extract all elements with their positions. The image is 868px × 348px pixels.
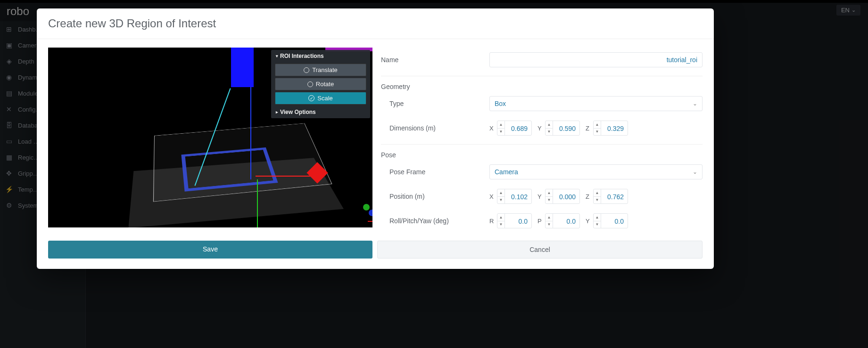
pos-x-group: X ▲▼ 0.102 — [489, 189, 532, 204]
button-label: Rotate — [316, 81, 334, 88]
pos-y-spinner[interactable]: ▲▼ 0.000 — [545, 189, 580, 204]
dimensions-label: Dimensions (m) — [381, 124, 489, 132]
axis-label: Y — [537, 193, 543, 200]
axis-label: Z — [586, 193, 591, 200]
roll-spinner[interactable]: ▲▼ 0.0 — [497, 213, 532, 228]
dim-x-spinner[interactable]: ▲▼ 0.689 — [497, 121, 532, 136]
pos-z-group: Z ▲▼ 0.762 — [586, 189, 628, 204]
roi-interactions-header[interactable]: ROI Interactions — [271, 50, 370, 62]
modal-header: Create new 3D Region of Interest — [37, 8, 714, 39]
select-value: Camera — [495, 168, 518, 176]
step-up-icon[interactable]: ▲ — [594, 121, 601, 129]
view-options-header[interactable]: View Options — [271, 106, 370, 118]
modal-title: Create new 3D Region of Interest — [48, 17, 703, 30]
roi-form: Name Geometry Type Box Dimensions (m) X … — [381, 48, 703, 233]
pos-x-value[interactable]: 0.102 — [505, 189, 531, 203]
dim-z-spinner[interactable]: ▲▼ 0.329 — [593, 121, 628, 136]
axis-y-line — [257, 179, 258, 227]
axis-label: Y — [586, 218, 591, 225]
check-icon: ✓ — [308, 95, 314, 101]
pose-frame-select[interactable]: Camera — [489, 164, 703, 179]
roll-value[interactable]: 0.0 — [505, 214, 531, 228]
gizmo-ball[interactable] — [369, 210, 372, 216]
gizmo-ball[interactable] — [363, 204, 370, 210]
step-up-icon[interactable]: ▲ — [546, 189, 553, 197]
pitch-group: P ▲▼ 0.0 — [537, 213, 580, 228]
dimensions-row: Dimensions (m) X ▲▼ 0.689 Y ▲▼ 0.590 — [381, 116, 703, 145]
rpy-row: Roll/Pitch/Yaw (deg) R ▲▼ 0.0 P ▲▼ 0.0 — [381, 209, 703, 233]
type-label: Type — [381, 100, 489, 107]
cancel-button[interactable]: Cancel — [377, 241, 703, 259]
pose-frame-row: Pose Frame Camera — [381, 160, 703, 184]
gizmo-axis — [368, 221, 372, 222]
step-up-icon[interactable]: ▲ — [546, 214, 553, 221]
axis-label: X — [489, 125, 495, 132]
step-down-icon[interactable]: ▼ — [497, 129, 504, 136]
step-up-icon[interactable]: ▲ — [497, 121, 504, 129]
position-label: Position (m) — [381, 193, 489, 200]
3d-viewport[interactable]: ROI Interactions Translate Rotate ✓Scale… — [48, 48, 372, 227]
pose-section-title: Pose — [381, 147, 703, 160]
pos-z-spinner[interactable]: ▲▼ 0.762 — [593, 189, 628, 204]
button-label: Scale — [317, 95, 333, 102]
viewport-panel: ROI Interactions Translate Rotate ✓Scale… — [271, 50, 370, 118]
pitch-value[interactable]: 0.0 — [553, 214, 579, 228]
axis-label: P — [537, 218, 543, 225]
step-down-icon[interactable]: ▼ — [497, 197, 504, 204]
pos-y-group: Y ▲▼ 0.000 — [537, 189, 580, 204]
yaw-group: Y ▲▼ 0.0 — [586, 213, 628, 228]
axis-z-line — [250, 76, 251, 179]
type-row: Type Box — [381, 91, 703, 116]
radio-icon — [307, 81, 313, 87]
axis-label: Z — [586, 125, 591, 132]
pos-x-spinner[interactable]: ▲▼ 0.102 — [497, 189, 532, 204]
dim-y-group: Y ▲▼ 0.590 — [537, 121, 580, 136]
pitch-spinner[interactable]: ▲▼ 0.0 — [545, 213, 580, 228]
yaw-spinner[interactable]: ▲▼ 0.0 — [593, 213, 628, 228]
dim-x-group: X ▲▼ 0.689 — [489, 121, 532, 136]
step-up-icon[interactable]: ▲ — [497, 189, 504, 197]
translate-button[interactable]: Translate — [275, 64, 366, 76]
step-up-icon[interactable]: ▲ — [546, 121, 553, 129]
dim-z-group: Z ▲▼ 0.329 — [586, 121, 628, 136]
pos-y-value[interactable]: 0.000 — [553, 189, 579, 203]
radio-icon — [304, 67, 309, 73]
rpy-label: Roll/Pitch/Yaw (deg) — [381, 217, 489, 225]
dim-z-value[interactable]: 0.329 — [601, 121, 628, 135]
pos-z-value[interactable]: 0.762 — [601, 189, 628, 203]
step-down-icon[interactable]: ▼ — [546, 221, 553, 228]
type-select[interactable]: Box — [489, 96, 703, 111]
yaw-value[interactable]: 0.0 — [601, 214, 628, 228]
modal-body: ROI Interactions Translate Rotate ✓Scale… — [37, 39, 714, 239]
name-row: Name — [381, 48, 703, 76]
step-down-icon[interactable]: ▼ — [594, 197, 601, 204]
position-row: Position (m) X ▲▼ 0.102 Y ▲▼ 0.000 — [381, 184, 703, 209]
modal-footer: Save Cancel — [37, 239, 714, 269]
dim-y-value[interactable]: 0.590 — [553, 121, 579, 135]
axis-label: Y — [537, 125, 543, 132]
roll-group: R ▲▼ 0.0 — [489, 213, 532, 228]
step-up-icon[interactable]: ▲ — [594, 214, 601, 221]
step-down-icon[interactable]: ▼ — [497, 221, 504, 228]
step-down-icon[interactable]: ▼ — [594, 221, 601, 228]
axis-label: R — [489, 218, 495, 225]
axis-label: X — [489, 193, 495, 200]
select-value: Box — [495, 100, 506, 107]
dim-x-value[interactable]: 0.689 — [505, 121, 531, 135]
dim-y-spinner[interactable]: ▲▼ 0.590 — [545, 121, 580, 136]
scale-button[interactable]: ✓Scale — [275, 92, 366, 105]
step-up-icon[interactable]: ▲ — [497, 214, 504, 221]
rotate-button[interactable]: Rotate — [275, 78, 366, 90]
step-down-icon[interactable]: ▼ — [546, 197, 553, 204]
name-input[interactable] — [489, 52, 703, 67]
step-down-icon[interactable]: ▼ — [546, 129, 553, 136]
step-down-icon[interactable]: ▼ — [594, 129, 601, 136]
step-up-icon[interactable]: ▲ — [594, 189, 601, 197]
geometry-section-title: Geometry — [381, 79, 703, 91]
save-button[interactable]: Save — [48, 241, 372, 259]
pose-frame-label: Pose Frame — [381, 168, 489, 176]
create-roi-modal: Create new 3D Region of Interest — [37, 8, 714, 269]
name-label: Name — [381, 56, 489, 64]
scale-handle-z[interactable] — [231, 48, 254, 87]
button-label: Translate — [312, 66, 338, 73]
